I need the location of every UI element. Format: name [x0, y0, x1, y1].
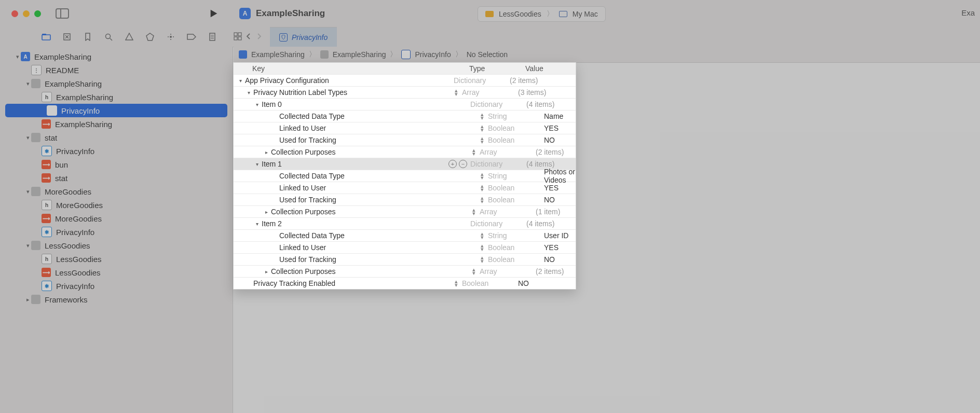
key-popup-icon[interactable]: ▴▾ — [481, 244, 484, 251]
find-navigator-icon[interactable] — [104, 32, 113, 42]
key-popup-icon[interactable]: ▴▾ — [481, 125, 484, 132]
plist-row[interactable]: Used for Tracking▴▾ Boolean NO — [234, 254, 576, 266]
plist-row[interactable]: Collected Data Type▴▾ String Photos or V… — [234, 170, 576, 182]
key-popup-icon[interactable]: ▴▾ — [472, 208, 475, 215]
breakpoint-navigator-icon[interactable] — [187, 32, 196, 42]
test-navigator-icon[interactable] — [145, 32, 155, 42]
plist-row[interactable]: Privacy Tracking Enabled▴▾ Boolean NO — [234, 278, 576, 289]
plist-value[interactable]: YES — [539, 124, 576, 132]
plist-type[interactable]: Dictionary — [470, 100, 521, 108]
tree-file-stat-privacyinfo[interactable]: ✱ PrivacyInfo — [0, 144, 233, 158]
key-popup-icon[interactable]: ▴▾ — [455, 89, 458, 96]
forward-button[interactable] — [255, 33, 263, 42]
minimize-window-icon[interactable] — [23, 10, 30, 17]
sidebar-toggle-icon[interactable] — [56, 8, 69, 19]
plist-type[interactable]: Boolean — [488, 255, 539, 264]
close-window-icon[interactable] — [11, 10, 18, 17]
disclosure-icon[interactable] — [263, 149, 270, 155]
bookmark-navigator-icon[interactable] — [83, 32, 92, 42]
crumb-0[interactable]: ExampleSharing — [251, 50, 305, 59]
disclosure-icon[interactable] — [237, 78, 244, 84]
tree-file-moregoodies-privacyinfo[interactable]: ✱ PrivacyInfo — [0, 225, 233, 239]
plist-type[interactable]: Array — [480, 267, 530, 276]
key-popup-icon[interactable]: ▴▾ — [481, 184, 484, 191]
plist-value[interactable]: NO — [513, 279, 576, 287]
plist-row[interactable]: Collection Purposes▴▾ Array (1 item) — [234, 206, 576, 218]
remove-row-button[interactable]: − — [459, 160, 467, 168]
plist-row[interactable]: Collection Purposes▴▾ Array (2 items) — [234, 146, 576, 158]
tree-group-examplesharing[interactable]: ExampleSharing — [0, 77, 233, 90]
back-button[interactable] — [245, 33, 252, 42]
disclosure-icon[interactable] — [263, 269, 270, 274]
crumb-1[interactable]: ExampleSharing — [333, 50, 386, 59]
plist-type[interactable]: Array — [480, 148, 530, 156]
plist-row[interactable]: Linked to User▴▾ Boolean YES — [234, 122, 576, 134]
tree-file-lessgoodies-h[interactable]: h LessGoodies — [0, 252, 233, 266]
zoom-window-icon[interactable] — [34, 10, 41, 17]
project-navigator-icon[interactable] — [42, 32, 51, 42]
plist-value[interactable]: Name — [539, 112, 576, 120]
plist-row-selected[interactable]: Item 1 + − Dictionary (4 items) — [234, 158, 576, 170]
plist-type[interactable]: Boolean — [462, 279, 513, 287]
disclosure-icon[interactable] — [25, 80, 31, 87]
crumb-2[interactable]: PrivacyInfo — [415, 50, 451, 59]
plist-row[interactable]: Privacy Nutrition Label Types▴▾ Array (3… — [234, 87, 576, 99]
plist-type[interactable]: Array — [462, 88, 513, 97]
key-popup-icon[interactable]: ▴▾ — [472, 268, 475, 275]
tab-privacyinfo[interactable]: PrivacyInfo — [270, 27, 337, 47]
plist-value[interactable]: NO — [539, 255, 576, 264]
scheme-selector[interactable]: LessGoodies 〉 My Mac — [478, 6, 606, 22]
key-popup-icon[interactable]: ▴▾ — [455, 280, 458, 287]
plist-type[interactable]: Boolean — [488, 243, 539, 252]
tree-group-stat[interactable]: stat — [0, 131, 233, 144]
plist-row[interactable]: Collection Purposes▴▾ Array (2 items) — [234, 266, 576, 278]
tree-file-examplesharing-h[interactable]: h ExampleSharing — [0, 90, 233, 104]
tree-project-root[interactable]: A ExampleSharing — [0, 50, 233, 63]
disclosure-icon[interactable] — [25, 296, 31, 303]
tree-file-moregoodies-h[interactable]: h MoreGoodies — [0, 198, 233, 212]
plist-type[interactable]: String — [488, 112, 539, 120]
plist-row[interactable]: Item 2 Dictionary (4 items) — [234, 218, 576, 230]
report-navigator-icon[interactable] — [208, 32, 217, 42]
tree-file-moregoodies-swift[interactable]: ⟶ MoreGoodies — [0, 212, 233, 225]
tree-group-lessgoodies[interactable]: LessGoodies — [0, 239, 233, 252]
tree-file-examplesharing-swift[interactable]: ⟶ ExampleSharing — [0, 117, 233, 131]
plist-type[interactable]: String — [488, 172, 539, 180]
disclosure-icon[interactable] — [253, 161, 261, 167]
plist-row[interactable]: Linked to User▴▾ Boolean YES — [234, 242, 576, 254]
plist-row[interactable]: Linked to User▴▾ Boolean YES — [234, 182, 576, 194]
plist-value[interactable]: NO — [539, 136, 576, 144]
disclosure-icon[interactable] — [245, 90, 252, 95]
disclosure-icon[interactable] — [25, 242, 31, 249]
plist-row[interactable]: App Privacy Configuration Dictionary (2 … — [234, 75, 576, 87]
plist-value[interactable]: YES — [539, 243, 576, 252]
plist-row[interactable]: Used for Tracking▴▾ Boolean NO — [234, 194, 576, 206]
disclosure-icon[interactable] — [263, 209, 270, 215]
tree-group-frameworks[interactable]: Frameworks — [0, 293, 233, 306]
plist-type[interactable]: Dictionary — [454, 76, 505, 85]
disclosure-icon[interactable] — [253, 102, 261, 107]
plist-type[interactable]: Boolean — [488, 184, 539, 192]
plist-type[interactable]: Dictionary — [470, 160, 521, 168]
plist-type[interactable]: Array — [480, 208, 530, 216]
plist-row[interactable]: Used for Tracking▴▾ Boolean NO — [234, 134, 576, 146]
tree-file-privacyinfo[interactable]: ✱ PrivacyInfo — [5, 104, 227, 117]
tree-file-lessgoodies-privacyinfo[interactable]: ✱ PrivacyInfo — [0, 279, 233, 293]
debug-navigator-icon[interactable] — [166, 32, 175, 42]
key-popup-icon[interactable]: ▴▾ — [472, 148, 475, 156]
plist-type[interactable]: Boolean — [488, 136, 539, 144]
tree-group-moregoodies[interactable]: MoreGoodies — [0, 185, 233, 198]
key-popup-icon[interactable]: ▴▾ — [481, 256, 484, 263]
header-value[interactable]: Value — [520, 64, 576, 73]
disclosure-icon[interactable] — [25, 134, 31, 141]
disclosure-icon[interactable] — [253, 221, 261, 227]
disclosure-icon[interactable] — [15, 53, 21, 60]
plist-value[interactable]: User ID — [539, 231, 576, 240]
plist-type[interactable]: String — [488, 231, 539, 240]
plist-row[interactable]: Collected Data Type▴▾ String Name — [234, 111, 576, 122]
plist-value[interactable]: Photos or Videos — [539, 168, 576, 184]
key-popup-icon[interactable]: ▴▾ — [481, 196, 484, 203]
tree-file-bun[interactable]: ⟶ bun — [0, 158, 233, 171]
issue-navigator-icon[interactable] — [125, 32, 134, 42]
plist-value[interactable]: NO — [539, 196, 576, 204]
